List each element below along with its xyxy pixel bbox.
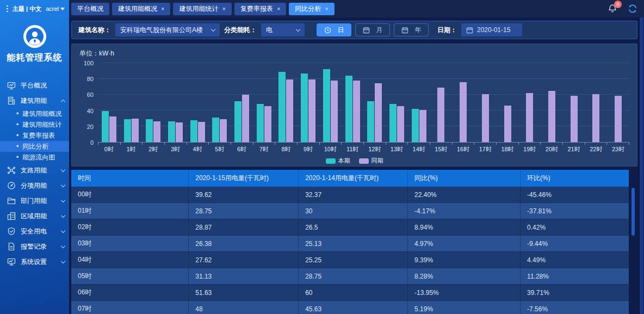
meter-icon	[7, 181, 16, 190]
table-cell: 07时	[71, 301, 188, 314]
table-cell: 26.5	[298, 219, 407, 235]
sidebar-item-region-energy[interactable]: 区域用能	[0, 208, 69, 224]
bar-同期[interactable]	[109, 116, 116, 142]
bar-本期[interactable]	[278, 72, 286, 142]
sidebar-subitem-building-energy-overview[interactable]: •建筑用能概况	[0, 108, 69, 119]
period-button-年[interactable]: 年	[394, 23, 429, 36]
bar-本期[interactable]	[124, 119, 131, 142]
bar-同期[interactable]	[548, 91, 555, 142]
table-row[interactable]: 00时39.6232.3722.40%-45.46%	[71, 187, 629, 203]
bar-同期[interactable]	[615, 96, 622, 142]
energy-type-select[interactable]: 电	[261, 23, 305, 36]
table-cell: 27.62	[188, 252, 298, 268]
bar-同期[interactable]	[331, 81, 338, 142]
bar-同期[interactable]	[504, 106, 511, 142]
bar-同期[interactable]	[176, 122, 183, 142]
sidebar-item-safe-electricity[interactable]: 安全用电	[0, 224, 69, 239]
sidebar-item-alarm-records[interactable]: 报警记录	[0, 239, 69, 254]
table-row[interactable]: 02时28.8726.58.94%0.42%	[71, 219, 629, 236]
sidebar-subitem-tariff-report[interactable]: •复费率报表	[0, 130, 69, 141]
table-cell: 8.28%	[407, 268, 520, 284]
bar-同期[interactable]	[460, 82, 467, 142]
page-scrollbar[interactable]	[637, 17, 644, 314]
sidebar-item-subitem-energy[interactable]: 分项用能	[0, 178, 69, 193]
sidebar-item-platform-overview[interactable]: 平台概况	[0, 78, 69, 93]
sidebar-subitem-label: 能源流向图	[22, 153, 55, 162]
tab-close-icon[interactable]: ×	[277, 6, 280, 12]
bar-本期[interactable]	[234, 101, 242, 142]
tab-建筑用能统计[interactable]: 建筑用能统计×	[173, 3, 231, 15]
axis-tick	[563, 143, 585, 145]
refresh-button[interactable]	[627, 3, 639, 15]
table-row[interactable]: 01时28.7530-4.17%-37.81%	[71, 203, 629, 219]
sidebar-item-building-energy[interactable]: 建筑用能	[0, 93, 69, 108]
x-tick-label: 2时	[142, 145, 164, 153]
bar-同期[interactable]	[264, 106, 271, 142]
tab-close-icon[interactable]: ×	[222, 6, 225, 12]
bar-同期[interactable]	[308, 79, 315, 142]
sidebar-item-branch-energy[interactable]: 支路用能	[0, 163, 69, 178]
page-scrollbar-thumb[interactable]	[640, 17, 643, 314]
bar-同期[interactable]	[198, 122, 205, 142]
table-header-cell: 同比(%)	[407, 170, 520, 187]
table-row[interactable]: 07时4845.635.19%-7.56%	[71, 301, 629, 314]
bar-同期[interactable]	[526, 93, 533, 142]
bar-group-6时	[231, 63, 253, 142]
bar-同期[interactable]	[571, 96, 578, 142]
bar-同期[interactable]	[153, 121, 160, 142]
bar-同期[interactable]	[132, 119, 139, 143]
table-row[interactable]: 03时26.3825.134.97%-9.44%	[71, 236, 629, 252]
sidebar-subitem-building-energy-stats[interactable]: •建筑用能统计	[0, 119, 69, 130]
theme-language-label[interactable]: 主题 | 中文	[13, 5, 41, 13]
legend-item-本期[interactable]: 本期	[326, 157, 350, 165]
table-row[interactable]: 05时31.1328.758.28%11.28%	[71, 268, 629, 285]
tab-同比分析[interactable]: 同比分析×	[289, 3, 334, 15]
bar-本期[interactable]	[190, 120, 197, 142]
app-root: 主题 | 中文 acrel 能耗管理系统 平台概况建筑用能•建筑用能概况•建筑用…	[0, 0, 644, 314]
tab-复费率报表[interactable]: 复费率报表×	[234, 3, 286, 15]
bar-同期[interactable]	[375, 83, 382, 142]
table-scrollbar-thumb[interactable]	[631, 188, 635, 236]
sidebar-item-system-settings[interactable]: 系统设置	[0, 254, 69, 269]
bar-同期[interactable]	[286, 79, 293, 142]
building-select[interactable]: 安科瑞电气股份有限公司A楼	[115, 23, 220, 36]
bar-同期[interactable]	[220, 119, 227, 142]
tab-建筑用能概况[interactable]: 建筑用能概况×	[112, 3, 170, 15]
table-row[interactable]: 06时51.6360-13.95%39.71%	[71, 285, 629, 301]
sidebar-subitem-yoy-analysis[interactable]: •同比分析	[0, 141, 69, 152]
bar-同期[interactable]	[353, 81, 360, 142]
hamburger-menu-icon[interactable]	[7, 4, 8, 14]
bar-同期[interactable]	[397, 106, 404, 142]
bar-同期[interactable]	[592, 94, 599, 142]
bar-同期[interactable]	[482, 94, 489, 142]
date-picker[interactable]: 2020-01-15	[461, 23, 522, 36]
tab-close-icon[interactable]: ×	[325, 6, 328, 12]
notifications-button[interactable]: 0	[606, 3, 618, 15]
table-cell: 0.42%	[520, 219, 629, 235]
user-menu[interactable]: acrel	[46, 5, 65, 12]
bar-本期[interactable]	[102, 111, 109, 142]
bar-同期[interactable]	[419, 110, 426, 142]
bar-本期[interactable]	[412, 109, 419, 142]
bar-本期[interactable]	[323, 69, 330, 142]
bar-本期[interactable]	[345, 76, 352, 142]
sidebar-item-department-energy[interactable]: 部门用能	[0, 193, 69, 208]
bar-同期[interactable]	[437, 88, 444, 142]
bar-本期[interactable]	[212, 118, 219, 142]
bar-本期[interactable]	[257, 104, 264, 142]
sidebar-subitem-energy-flow-diagram[interactable]: •能源流向图	[0, 152, 69, 163]
bar-本期[interactable]	[168, 121, 175, 142]
table-row[interactable]: 04时27.6225.259.39%4.49%	[71, 252, 629, 268]
bar-同期[interactable]	[242, 95, 249, 142]
period-button-月[interactable]: 月	[355, 23, 390, 36]
bar-本期[interactable]	[389, 104, 397, 142]
bar-本期[interactable]	[301, 73, 308, 142]
bar-本期[interactable]	[146, 119, 153, 142]
tab-平台概况[interactable]: 平台概况	[71, 3, 109, 15]
legend-item-同期[interactable]: 同期	[359, 157, 383, 165]
bar-本期[interactable]	[367, 101, 374, 142]
period-button-日[interactable]: 日	[317, 23, 351, 36]
x-tick-label: 16时	[452, 145, 474, 153]
tab-close-icon[interactable]: ×	[161, 6, 164, 12]
x-tick-label: 5时	[209, 145, 231, 153]
